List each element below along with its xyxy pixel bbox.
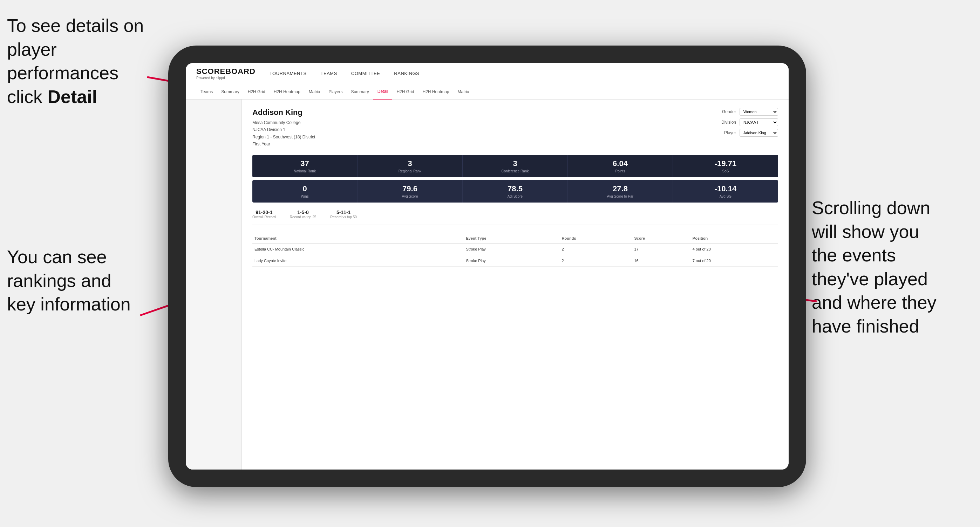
main-panel: Addison King Mesa Community College NJCA… xyxy=(242,100,789,470)
annotation-r-line1: Scrolling down xyxy=(812,198,930,218)
national-rank-value: 37 xyxy=(256,159,354,168)
nav-teams[interactable]: TEAMS xyxy=(321,71,337,76)
score-2: 16 xyxy=(632,255,690,266)
col-rounds: Rounds xyxy=(560,233,632,243)
avg-sg-value: -10.14 xyxy=(676,184,775,194)
conference-rank-label: Conference Rank xyxy=(466,169,564,173)
division-label: Division xyxy=(721,120,736,125)
table-row: Estella CC- Mountain Classic Stroke Play… xyxy=(252,243,778,255)
score-1: 17 xyxy=(632,243,690,255)
annotation-bl-line3: key information xyxy=(7,294,131,314)
annotation-right: Scrolling down will show you the events … xyxy=(812,196,973,338)
avg-score-value: 79.6 xyxy=(361,184,459,194)
adj-score-label: Adj Score xyxy=(466,194,564,198)
avg-score-par-value: 27.8 xyxy=(571,184,669,194)
content-area: Addison King Mesa Community College NJCA… xyxy=(186,100,789,470)
tab-h2h-heatmap2[interactable]: H2H Heatmap xyxy=(418,84,453,100)
annotation-top-left: To see details on player performances cl… xyxy=(7,14,154,109)
sub-nav: Teams Summary H2H Grid H2H Heatmap Matri… xyxy=(186,84,789,100)
tournament-name-1: Estella CC- Mountain Classic xyxy=(252,243,464,255)
table-header: Tournament Event Type Rounds Score Posit… xyxy=(252,233,778,243)
nav-tournaments[interactable]: TOURNAMENTS xyxy=(269,71,307,76)
player-filters: Gender Women Men Division NJCAA I NJCAA … xyxy=(721,108,778,148)
tab-detail[interactable]: Detail xyxy=(373,84,393,100)
tab-summary2[interactable]: Summary xyxy=(347,84,373,100)
tablet-screen: SCOREBOARD Powered by clippd TOURNAMENTS… xyxy=(186,63,789,470)
position-2: 7 out of 20 xyxy=(690,255,778,266)
nav-rankings[interactable]: RANKINGS xyxy=(394,71,419,76)
division-select[interactable]: NJCAA I NJCAA II xyxy=(740,118,778,126)
table-row: Lady Coyote Invite Stroke Play 2 16 7 ou… xyxy=(252,255,778,266)
regional-rank-label: Regional Rank xyxy=(361,169,459,173)
col-tournament: Tournament xyxy=(252,233,464,243)
avg-sg-label: Avg SG xyxy=(676,194,775,198)
top50-record-label: Record vs top 50 xyxy=(330,215,357,219)
annotation-r-line2: will show you xyxy=(812,221,919,242)
annotation-line3-prefix: click xyxy=(7,87,48,107)
record-overall: 91-20-1 Overall Record xyxy=(252,210,276,219)
annotation-bottom-left: You can see rankings and key information xyxy=(7,245,140,316)
tab-players[interactable]: Players xyxy=(324,84,347,100)
sos-label: SoS xyxy=(676,169,775,173)
tab-h2h-grid[interactable]: H2H Grid xyxy=(243,84,269,100)
nav-committee[interactable]: COMMITTEE xyxy=(351,71,380,76)
player-filter-row: Player Addison King xyxy=(724,129,778,137)
stat-sos: -19.71 SoS xyxy=(673,155,778,177)
player-school: Mesa Community College xyxy=(252,119,315,126)
stat-adj-score: 78.5 Adj Score xyxy=(463,180,568,203)
annotation-bl-line2: rankings and xyxy=(7,270,111,291)
table-header-row: Tournament Event Type Rounds Score Posit… xyxy=(252,233,778,243)
player-name: Addison King xyxy=(252,108,315,117)
points-label: Points xyxy=(571,169,669,173)
gender-label: Gender xyxy=(722,110,736,114)
record-row: 91-20-1 Overall Record 1-5-0 Record vs t… xyxy=(252,210,778,225)
player-select[interactable]: Addison King xyxy=(740,129,778,137)
stat-points: 6.04 Points xyxy=(568,155,673,177)
tab-summary[interactable]: Summary xyxy=(217,84,243,100)
app-header: SCOREBOARD Powered by clippd TOURNAMENTS… xyxy=(186,63,789,84)
stat-avg-score: 79.6 Avg Score xyxy=(358,180,463,203)
stat-wins: 0 Wins xyxy=(252,180,358,203)
player-year: First Year xyxy=(252,141,315,148)
player-info: Addison King Mesa Community College NJCA… xyxy=(252,108,315,148)
col-event-type: Event Type xyxy=(464,233,560,243)
gender-select[interactable]: Women Men xyxy=(740,108,778,116)
player-header: Addison King Mesa Community College NJCA… xyxy=(252,108,778,148)
tab-h2h-grid2[interactable]: H2H Grid xyxy=(392,84,418,100)
logo-sub-text: Powered by clippd xyxy=(196,76,256,80)
stat-regional-rank: 3 Regional Rank xyxy=(358,155,463,177)
player-region: Region 1 - Southwest (18) District xyxy=(252,133,315,141)
avg-score-label: Avg Score xyxy=(361,194,459,198)
tab-teams[interactable]: Teams xyxy=(196,84,217,100)
sos-value: -19.71 xyxy=(676,159,775,168)
overall-record-label: Overall Record xyxy=(252,215,276,219)
logo-main-text: SCOREBOARD xyxy=(196,67,256,76)
tab-matrix[interactable]: Matrix xyxy=(305,84,325,100)
annotation-line3-bold: Detail xyxy=(48,87,97,107)
top50-record-value: 5-11-1 xyxy=(330,210,357,215)
wins-label: Wins xyxy=(256,194,354,198)
player-division: NJCAA Division 1 xyxy=(252,126,315,133)
tournament-name-2: Lady Coyote Invite xyxy=(252,255,464,266)
regional-rank-value: 3 xyxy=(361,159,459,168)
national-rank-label: National Rank xyxy=(256,169,354,173)
tab-h2h-heatmap[interactable]: H2H Heatmap xyxy=(269,84,305,100)
annotation-r-line4: they've played xyxy=(812,269,928,289)
points-value: 6.04 xyxy=(571,159,669,168)
top25-record-value: 1-5-0 xyxy=(290,210,317,215)
adj-score-value: 78.5 xyxy=(466,184,564,194)
annotation-r-line6: have finished xyxy=(812,316,919,337)
event-type-2: Stroke Play xyxy=(464,255,560,266)
event-type-1: Stroke Play xyxy=(464,243,560,255)
col-score: Score xyxy=(632,233,690,243)
annotation-line1: To see details on xyxy=(7,16,144,36)
tournament-table: Tournament Event Type Rounds Score Posit… xyxy=(252,233,778,267)
tab-matrix2[interactable]: Matrix xyxy=(453,84,474,100)
stat-avg-sg: -10.14 Avg SG xyxy=(673,180,778,203)
rounds-2: 2 xyxy=(560,255,632,266)
annotation-r-line5: and where they xyxy=(812,292,937,313)
rounds-1: 2 xyxy=(560,243,632,255)
stat-national-rank: 37 National Rank xyxy=(252,155,358,177)
annotation-bl-line1: You can see xyxy=(7,247,107,267)
stats-grid-2: 0 Wins 79.6 Avg Score 78.5 Adj Score 27.… xyxy=(252,180,778,203)
